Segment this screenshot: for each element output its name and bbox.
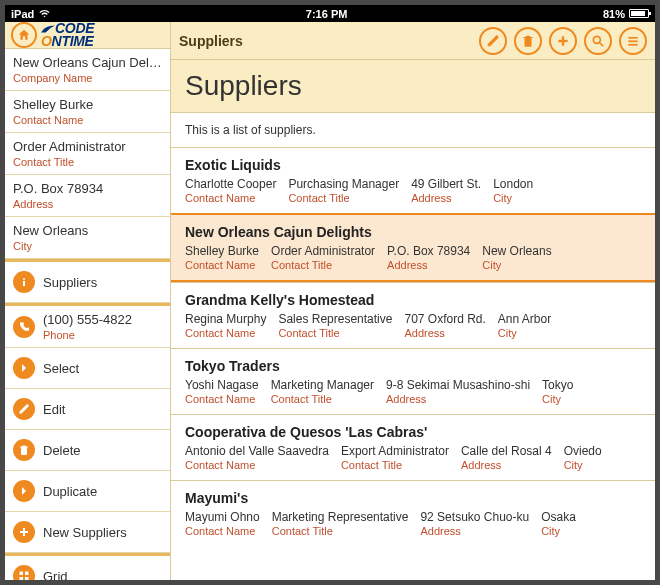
battery-icon	[629, 9, 649, 18]
card-address: 707 Oxford Rd.Address	[404, 312, 485, 339]
toolbar: Suppliers	[171, 22, 655, 60]
sidebar-suppliers[interactable]: Suppliers	[5, 259, 170, 303]
sidebar-detail-value: Order Administrator	[13, 139, 162, 154]
card-contact: Mayumi OhnoContact Name	[185, 510, 260, 537]
device-label: iPad	[11, 8, 34, 20]
status-bar: iPad 7:16 PM 81%	[5, 5, 655, 22]
card-address: 9-8 Sekimai Musashino-shiAddress	[386, 378, 530, 405]
card-title: Marketing ManagerContact Title	[271, 378, 374, 405]
card-title: Marketing RepresentativeContact Title	[272, 510, 409, 537]
card-address: P.O. Box 78934Address	[387, 244, 470, 271]
card-address: 49 Gilbert St.Address	[411, 177, 481, 204]
pencil-icon	[486, 34, 500, 48]
card-address: Calle del Rosal 4Address	[461, 444, 552, 471]
battery-pct: 81%	[603, 8, 625, 20]
card-city: OviedoCity	[564, 444, 602, 471]
logo: CODE ONTIME	[41, 22, 94, 47]
sidebar-detail[interactable]: Shelley BurkeContact Name	[5, 91, 170, 133]
toolbar-menu-button[interactable]	[619, 27, 647, 55]
toolbar-search-button[interactable]	[584, 27, 612, 55]
card-address: 92 Setsuko Chuo-kuAddress	[420, 510, 529, 537]
action-new[interactable]: New Suppliers	[5, 512, 170, 553]
sidebar-detail[interactable]: Order AdministratorContact Title	[5, 133, 170, 175]
supplier-card[interactable]: Tokyo TradersYoshi NagaseContact NameMar…	[171, 348, 655, 414]
svg-rect-13	[628, 40, 637, 42]
supplier-card[interactable]: Grandma Kelly's HomesteadRegina MurphyCo…	[171, 282, 655, 348]
svg-rect-3	[20, 531, 28, 533]
action-duplicate[interactable]: Duplicate	[5, 471, 170, 512]
page-title-bar: Suppliers	[171, 60, 655, 113]
sidebar-detail-caption: Company Name	[13, 72, 162, 84]
action-edit-label: Edit	[43, 402, 65, 417]
card-title: Purchasing ManagerContact Title	[288, 177, 399, 204]
main: Suppliers Suppliers This is a list of su…	[171, 22, 655, 580]
sidebar-header: CODE ONTIME	[5, 22, 170, 49]
supplier-card[interactable]: New Orleans Cajun DelightsShelley BurkeC…	[171, 213, 655, 282]
toolbar-edit-button[interactable]	[479, 27, 507, 55]
card-title: Order AdministratorContact Title	[271, 244, 375, 271]
sidebar-detail[interactable]: New OrleansCity	[5, 217, 170, 259]
svg-rect-9	[558, 39, 567, 41]
sidebar-phone[interactable]: (100) 555-4822 Phone	[5, 303, 170, 348]
sidebar-suppliers-label: Suppliers	[43, 275, 97, 290]
svg-point-0	[23, 278, 25, 280]
card-title: Export AdministratorContact Title	[341, 444, 449, 471]
action-delete-label: Delete	[43, 443, 81, 458]
card-contact: Antonio del Valle SaavedraContact Name	[185, 444, 329, 471]
sidebar-detail-value: Shelley Burke	[13, 97, 162, 112]
svg-rect-14	[628, 43, 637, 45]
page-title: Suppliers	[185, 70, 641, 102]
toolbar-add-button[interactable]	[549, 27, 577, 55]
chevron-right-icon	[13, 480, 35, 502]
supplier-card[interactable]: Exotic LiquidsCharlotte CooperContact Na…	[171, 147, 655, 213]
action-grid-label: Grid	[43, 569, 68, 581]
sidebar-detail-caption: Contact Title	[13, 156, 162, 168]
card-city: LondonCity	[493, 177, 533, 204]
toolbar-delete-button[interactable]	[514, 27, 542, 55]
card-company: Grandma Kelly's Homestead	[185, 292, 641, 308]
svg-rect-1	[23, 281, 25, 286]
sidebar-detail[interactable]: New Orleans Cajun Deli…Company Name	[5, 49, 170, 91]
card-contact: Regina MurphyContact Name	[185, 312, 266, 339]
card-city: TokyoCity	[542, 378, 573, 405]
trash-icon	[13, 439, 35, 461]
toolbar-title: Suppliers	[179, 33, 243, 49]
action-edit[interactable]: Edit	[5, 389, 170, 430]
svg-rect-4	[20, 572, 24, 576]
plus-icon	[556, 34, 570, 48]
action-delete[interactable]: Delete	[5, 430, 170, 471]
sidebar-detail-caption: Contact Name	[13, 114, 162, 126]
page-description: This is a list of suppliers.	[171, 113, 655, 147]
svg-rect-12	[628, 36, 637, 38]
wifi-icon	[39, 8, 50, 19]
card-company: Mayumi's	[185, 490, 641, 506]
chevron-right-icon	[13, 357, 35, 379]
supplier-card[interactable]: Cooperativa de Quesos 'Las Cabras'Antoni…	[171, 414, 655, 480]
card-contact: Charlotte CooperContact Name	[185, 177, 276, 204]
search-icon	[591, 34, 605, 48]
card-title: Sales RepresentativeContact Title	[278, 312, 392, 339]
sidebar: CODE ONTIME New Orleans Cajun Deli…Compa…	[5, 22, 171, 580]
svg-rect-6	[20, 577, 24, 580]
action-duplicate-label: Duplicate	[43, 484, 97, 499]
menu-icon	[626, 34, 640, 48]
action-select-label: Select	[43, 361, 79, 376]
card-company: New Orleans Cajun Delights	[185, 224, 641, 240]
action-new-label: New Suppliers	[43, 525, 127, 540]
home-icon	[17, 28, 31, 42]
plus-icon	[13, 521, 35, 543]
supplier-card[interactable]: Mayumi'sMayumi OhnoContact NameMarketing…	[171, 480, 655, 546]
phone-icon	[13, 316, 35, 338]
action-grid[interactable]: Grid	[5, 553, 170, 580]
home-button[interactable]	[11, 22, 37, 48]
pencil-icon	[13, 398, 35, 420]
card-company: Exotic Liquids	[185, 157, 641, 173]
trash-icon	[521, 34, 535, 48]
supplier-list[interactable]: Exotic LiquidsCharlotte CooperContact Na…	[171, 147, 655, 580]
sidebar-detail[interactable]: P.O. Box 78934Address	[5, 175, 170, 217]
card-contact: Shelley BurkeContact Name	[185, 244, 259, 271]
svg-line-11	[600, 42, 604, 46]
action-select[interactable]: Select	[5, 348, 170, 389]
sidebar-detail-caption: Address	[13, 198, 162, 210]
card-city: OsakaCity	[541, 510, 576, 537]
